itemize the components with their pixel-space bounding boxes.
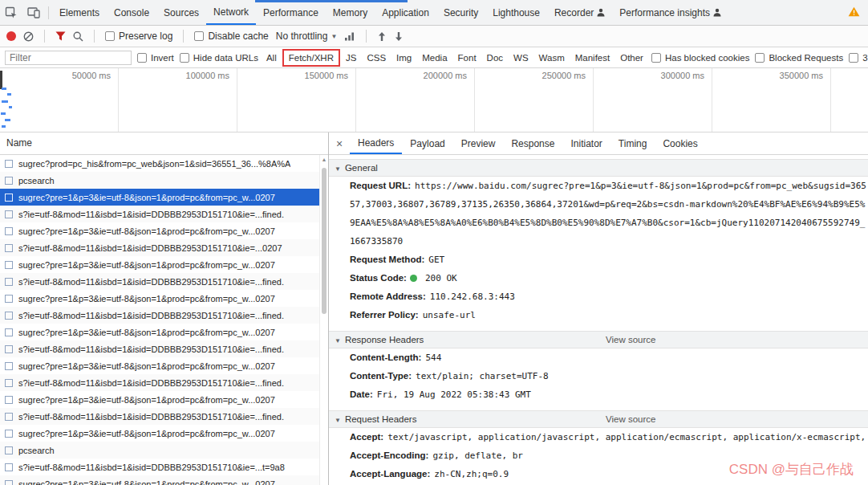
filter-type-doc[interactable]: Doc xyxy=(485,52,505,63)
tab-memory[interactable]: Memory xyxy=(326,0,375,25)
record-network-log-icon[interactable] xyxy=(6,31,16,41)
filter-type-wasm[interactable]: Wasm xyxy=(537,52,567,63)
name-column-header[interactable]: Name xyxy=(0,132,328,155)
scrollbar-thumb[interactable] xyxy=(322,168,327,314)
request-row[interactable]: s?ie=utf-8&mod=11&isbd=1&isid=DDBBB2953D… xyxy=(0,239,319,256)
invert-toggle[interactable]: Invert xyxy=(137,53,174,63)
header-row: Request Method:GET xyxy=(329,251,868,269)
detail-tab-cookies[interactable]: Cookies xyxy=(655,132,705,154)
request-name: sugrec?prod=pc_his&from=pc_web&json=1&si… xyxy=(18,159,290,169)
timeline-overview[interactable]: 50000 ms100000 ms150000 ms200000 ms25000… xyxy=(0,68,868,132)
filter-input[interactable] xyxy=(5,51,132,65)
blocked-requests-toggle[interactable]: Blocked Requests xyxy=(755,53,843,63)
detail-tab-headers[interactable]: Headers xyxy=(350,132,402,154)
detail-tab-initiator[interactable]: Initiator xyxy=(562,132,610,154)
request-row[interactable]: s?ie=utf-8&mod=11&isbd=1&isid=DDBBB2953D… xyxy=(0,408,319,425)
request-type-icon xyxy=(5,446,13,454)
filter-funnel-icon[interactable] xyxy=(55,31,66,41)
filter-type-other[interactable]: Other xyxy=(618,52,646,63)
tab-recorder[interactable]: Recorder xyxy=(547,0,612,25)
request-name: s?ie=utf-8&mod=11&isbd=1&isid=DDBBB2953D… xyxy=(18,463,285,472)
section-title: Request Headers xyxy=(345,414,417,424)
view-source-link[interactable]: View source xyxy=(606,411,655,428)
request-list-panel: Name sugrec?prod=pc_his&from=pc_web&json… xyxy=(0,132,329,485)
request-row[interactable]: s?ie=utf-8&mod=11&isbd=1&isid=DDBBB2953D… xyxy=(0,459,319,475)
import-har-icon[interactable] xyxy=(377,31,387,42)
inspect-element-icon[interactable] xyxy=(0,0,22,25)
detail-tab-preview[interactable]: Preview xyxy=(453,132,504,154)
export-har-icon[interactable] xyxy=(394,31,404,42)
filter-type-media[interactable]: Media xyxy=(420,52,449,63)
issues-warning[interactable] xyxy=(848,0,868,25)
request-row[interactable]: sugrec?prod=pc_his&from=pc_web&json=1&si… xyxy=(0,155,319,172)
tab-console[interactable]: Console xyxy=(107,0,156,25)
request-name: sugrec?pre=1&p=3&ie=utf-8&json=1&prod=pc… xyxy=(18,294,275,304)
has-blocked-cookies-toggle[interactable]: Has blocked cookies xyxy=(651,53,749,63)
request-row[interactable]: s?ie=utf-8&mod=11&isbd=1&isid=DDBBB2953D… xyxy=(0,340,319,357)
filter-type-font[interactable]: Font xyxy=(456,52,479,63)
scroll-up-icon[interactable]: ▲ xyxy=(320,155,328,165)
header-value: https://www.baidu.com/sugrec?pre=1&p=3&i… xyxy=(350,181,866,247)
device-toolbar-icon[interactable] xyxy=(22,0,45,25)
detail-tab-timing[interactable]: Timing xyxy=(610,132,655,154)
request-row[interactable]: sugrec?pre=1&p=3&ie=utf-8&json=1&prod=pc… xyxy=(0,189,319,206)
request-row[interactable]: sugrec?pre=1&p=3&ie=utf-8&json=1&prod=pc… xyxy=(0,290,319,307)
tab-network[interactable]: Network xyxy=(206,0,256,25)
request-row[interactable]: s?ie=utf-8&mod=11&isbd=1&isid=DDBBB2953D… xyxy=(0,374,319,391)
request-row[interactable]: sugrec?pre=1&p=3&ie=utf-8&json=1&prod=pc… xyxy=(0,425,319,442)
section-header-response-headers[interactable]: ▼Response HeadersView source xyxy=(329,331,868,348)
request-row[interactable]: sugrec?pre=1&p=3&ie=utf-8&json=1&prod=pc… xyxy=(0,391,319,408)
disable-cache-checkbox[interactable] xyxy=(194,31,204,41)
request-list-scrollbar[interactable]: ▲ xyxy=(319,155,328,485)
tab-elements[interactable]: Elements xyxy=(52,0,107,25)
third-party-checkbox[interactable] xyxy=(849,53,858,63)
disable-cache-toggle[interactable]: Disable cache xyxy=(194,31,268,42)
filter-type-ws[interactable]: WS xyxy=(511,52,531,63)
request-row[interactable]: pcsearch xyxy=(0,442,319,459)
request-row[interactable]: sugrec?pre=1&p=3&ie=utf-8&json=1&prod=pc… xyxy=(0,324,319,340)
request-row[interactable]: pcsearch xyxy=(0,172,319,189)
detail-tab-payload[interactable]: Payload xyxy=(402,132,452,154)
request-row[interactable]: sugrec?pre=1&p=3&ie=utf-8&json=1&prod=pc… xyxy=(0,222,319,239)
close-icon[interactable]: × xyxy=(329,132,350,154)
filter-type-manifest[interactable]: Manifest xyxy=(573,52,612,63)
filter-type-css[interactable]: CSS xyxy=(364,52,388,63)
tab-lighthouse[interactable]: Lighthouse xyxy=(485,0,547,25)
header-value: zh-CN,zh;q=0.9 xyxy=(434,469,509,479)
network-conditions-icon[interactable] xyxy=(344,31,355,41)
invert-checkbox[interactable] xyxy=(137,53,147,63)
filter-type-img[interactable]: Img xyxy=(394,52,414,63)
detail-tab-response[interactable]: Response xyxy=(503,132,562,154)
tab-security[interactable]: Security xyxy=(436,0,485,25)
request-row[interactable]: s?ie=utf-8&mod=11&isbd=1&isid=DDBBB2953D… xyxy=(0,273,319,290)
clear-network-log-icon[interactable] xyxy=(23,31,34,42)
request-row[interactable]: sugrec?pre=1&p=3&ie=utf-8&json=1&prod=pc… xyxy=(0,475,319,485)
hide-data-urls-checkbox[interactable] xyxy=(180,53,189,63)
tab-sources[interactable]: Sources xyxy=(156,0,206,25)
preserve-log-toggle[interactable]: Preserve log xyxy=(105,31,172,42)
tab-performance-insights[interactable]: Performance insights xyxy=(612,0,728,25)
tab-application[interactable]: Application xyxy=(375,0,436,25)
request-row[interactable]: sugrec?pre=1&p=3&ie=utf-8&json=1&prod=pc… xyxy=(0,357,319,374)
search-icon[interactable] xyxy=(73,31,83,42)
preserve-log-checkbox[interactable] xyxy=(105,31,115,41)
request-row[interactable]: s?ie=utf-8&mod=11&isbd=1&isid=DDBBB2953D… xyxy=(0,206,319,222)
request-name: pcsearch xyxy=(18,446,55,455)
header-value: GET xyxy=(428,255,444,265)
disable-cache-label: Disable cache xyxy=(208,31,268,42)
tab-performance[interactable]: Performance xyxy=(256,0,326,25)
has-blocked-cookies-checkbox[interactable] xyxy=(651,53,661,63)
throttling-dropdown[interactable]: No throttling ▼ xyxy=(276,31,338,42)
third-party-toggle[interactable]: 3 xyxy=(849,53,867,63)
section-header-request-headers[interactable]: ▼Request HeadersView source xyxy=(329,410,868,428)
divider xyxy=(44,30,45,43)
blocked-requests-checkbox[interactable] xyxy=(755,53,765,63)
view-source-link[interactable]: View source xyxy=(606,332,655,348)
hide-data-urls-toggle[interactable]: Hide data URLs xyxy=(180,53,258,63)
filter-type-js[interactable]: JS xyxy=(343,52,359,63)
filter-type-fetch-xhr[interactable]: Fetch/XHR xyxy=(282,49,340,67)
request-row[interactable]: sugrec?pre=1&p=3&ie=utf-8&json=1&prod=pc… xyxy=(0,256,319,273)
filter-type-all[interactable]: All xyxy=(264,52,279,63)
section-header-general[interactable]: ▼General xyxy=(329,159,868,177)
request-row[interactable]: s?ie=utf-8&mod=11&isbd=1&isid=DDBBB2953D… xyxy=(0,307,319,324)
